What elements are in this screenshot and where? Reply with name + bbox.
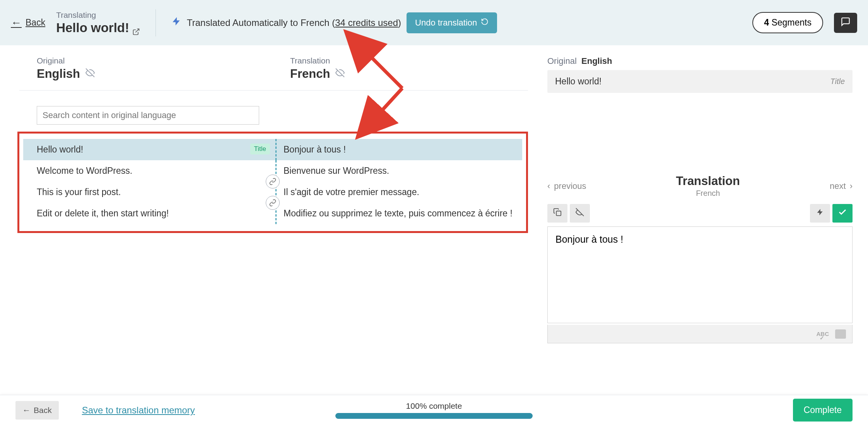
title-badge: Title — [250, 144, 270, 154]
left-panel: Original English Translation French — [0, 45, 547, 395]
segment-original: This is your first post. — [23, 182, 275, 203]
confirm-button[interactable] — [832, 204, 853, 223]
title-label: Translating — [56, 10, 140, 20]
eye-off-icon — [576, 208, 584, 219]
original-text: Hello world! — [555, 76, 601, 87]
chevron-right-icon: › — [850, 181, 853, 191]
undo-icon — [481, 18, 489, 28]
header: ← Back Translating Hello world! Translat… — [0, 0, 868, 45]
right-panel: Original English Hello world! Title ‹ pr… — [547, 45, 868, 395]
external-link-icon[interactable] — [132, 24, 140, 32]
search-box — [37, 106, 528, 125]
chat-button[interactable] — [834, 13, 857, 33]
link-icon[interactable] — [266, 175, 280, 189]
hide-button[interactable] — [570, 204, 590, 223]
original-badge: Title — [830, 77, 845, 86]
back-label: Back — [26, 17, 45, 28]
status-row: Translated Automatically to French (34 c… — [171, 12, 497, 33]
segment-row[interactable]: Hello world!TitleBonjour à tous ! — [23, 139, 522, 160]
title-block: Translating Hello world! — [56, 10, 140, 35]
segment-translation: Bonjour à tous ! — [277, 139, 522, 160]
language-headers: Original English Translation French — [19, 56, 528, 91]
arrow-left-icon: ← — [22, 406, 31, 415]
search-input[interactable] — [37, 106, 259, 125]
chevron-left-icon: ‹ — [547, 181, 550, 191]
translation-footer: ABC — [547, 325, 853, 343]
previous-button[interactable]: ‹ previous — [547, 181, 586, 191]
segment-original: Edit or delete it, then start writing! — [23, 203, 275, 224]
progress-label: 100% complete — [335, 401, 533, 411]
translation-lang-name: French — [290, 67, 528, 81]
back-link[interactable]: ← Back — [11, 17, 45, 29]
footer-back-button[interactable]: ← Back — [15, 401, 59, 420]
undo-translation-button[interactable]: Undo translation — [407, 12, 497, 33]
annotation-red-box: Hello world!TitleBonjour à tous !Welcome… — [17, 132, 528, 233]
segments-table: Hello world!TitleBonjour à tous !Welcome… — [23, 139, 522, 224]
glossary-icon[interactable] — [835, 329, 846, 339]
eye-off-icon[interactable] — [85, 68, 95, 80]
svg-line-0 — [135, 29, 139, 32]
footer: ← Back Save to translation memory 100% c… — [0, 395, 868, 425]
complete-button[interactable]: Complete — [793, 399, 853, 422]
progress-bar — [335, 413, 533, 419]
eye-off-icon[interactable] — [335, 68, 345, 80]
arrow-left-icon: ← — [11, 17, 22, 29]
divider — [155, 9, 156, 36]
translation-toolbar — [547, 204, 853, 223]
page-title: Hello world! — [56, 21, 140, 35]
original-lang-column: Original English — [37, 56, 275, 81]
segment-translation: Il s'agit de votre premier message. — [277, 182, 522, 203]
original-header: Original English — [547, 56, 853, 66]
segment-original: Hello world!Title — [23, 139, 275, 160]
translation-input[interactable] — [547, 226, 853, 323]
check-icon — [838, 207, 847, 219]
copy-icon — [553, 208, 562, 219]
original-lang-name: English — [37, 67, 275, 81]
next-button[interactable]: next › — [830, 181, 853, 191]
segment-translation: Bienvenue sur WordPress. — [277, 160, 522, 182]
auto-translate-button[interactable] — [810, 204, 830, 223]
original-text-box: Hello world! Title — [547, 70, 853, 93]
segment-translation: Modifiez ou supprimez le texte, puis com… — [277, 203, 522, 224]
svg-rect-3 — [556, 211, 561, 216]
copy-button[interactable] — [547, 204, 567, 223]
translation-lang-column: Translation French — [275, 56, 528, 81]
link-icon[interactable] — [266, 196, 280, 210]
bolt-icon — [816, 208, 824, 218]
segments-button[interactable]: 4 Segments — [752, 12, 823, 33]
progress-block: 100% complete — [335, 401, 533, 419]
status-text: Translated Automatically to French (34 c… — [187, 17, 401, 28]
spellcheck-icon[interactable]: ABC — [817, 331, 829, 337]
chat-icon — [841, 17, 851, 29]
segment-row[interactable]: Welcome to WordPress.Bienvenue sur WordP… — [23, 160, 522, 182]
bolt-icon — [171, 16, 181, 29]
segment-original: Welcome to WordPress. — [23, 160, 275, 182]
save-translation-memory-link[interactable]: Save to translation memory — [82, 405, 195, 416]
translation-header: ‹ previous Translation French next › — [547, 174, 853, 198]
translation-title-block: Translation French — [676, 174, 740, 198]
